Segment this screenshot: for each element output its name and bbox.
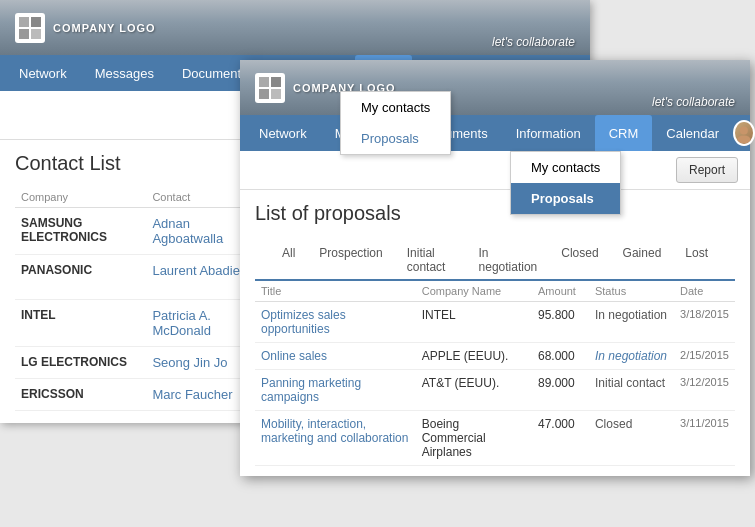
proposal-amount: 68.000 bbox=[532, 343, 589, 370]
tab-in-negotiation[interactable]: In negotiation bbox=[467, 241, 550, 279]
proposal-status: In negotiation bbox=[589, 302, 674, 343]
w2-user-avatar bbox=[733, 120, 755, 146]
proposal-date: 3/12/2015 bbox=[674, 370, 735, 411]
w2-nav-calendar[interactable]: Calendar bbox=[652, 115, 733, 151]
proposal-company: INTEL bbox=[416, 302, 532, 343]
contact-name[interactable]: Patricia A. McDonald bbox=[146, 300, 255, 347]
table-row[interactable]: Online sales APPLE (EEUU). 68.000 In neg… bbox=[255, 343, 735, 370]
tab-lost[interactable]: Lost bbox=[673, 241, 720, 279]
w2-nav-network[interactable]: Network bbox=[245, 115, 321, 151]
proposals-tabs: All Prospection Initial contact In negot… bbox=[255, 233, 735, 281]
contact-name[interactable]: Adnan Agboatwalla bbox=[146, 208, 255, 255]
proposal-date: 2/15/2015 bbox=[674, 343, 735, 370]
contact-name[interactable]: Marc Faucher bbox=[146, 379, 255, 411]
w2-page-title: List of proposals bbox=[255, 202, 735, 225]
svg-rect-2 bbox=[19, 29, 29, 39]
contact-company: ERICSSON bbox=[15, 379, 146, 411]
w2-report-button[interactable]: Report bbox=[676, 157, 738, 183]
table-row[interactable]: Mobility, interaction, marketing and col… bbox=[255, 411, 735, 466]
w2-dropdown-my-contacts[interactable]: My contacts bbox=[511, 152, 620, 183]
svg-rect-7 bbox=[271, 77, 281, 87]
pcol-title: Title bbox=[255, 281, 416, 302]
header-bg: COMPANY LOGO let's collaborate bbox=[0, 0, 590, 55]
w2-logo-icon bbox=[255, 73, 285, 103]
w2-user-menu[interactable]: Mary K ▼ bbox=[733, 118, 755, 148]
tagline: let's collaborate bbox=[492, 35, 575, 49]
window2: COMPANY LOGO let's collaborate Network M… bbox=[240, 60, 750, 476]
col-company: Company bbox=[15, 187, 146, 208]
pcol-amount: Amount bbox=[532, 281, 589, 302]
w2-crm-dropdown: My contacts Proposals bbox=[510, 151, 621, 215]
proposal-status: Initial contact bbox=[589, 370, 674, 411]
tab-all[interactable]: All bbox=[270, 241, 307, 279]
svg-rect-0 bbox=[19, 17, 29, 27]
tab-gained[interactable]: Gained bbox=[611, 241, 674, 279]
contact-company: PANASONIC bbox=[15, 255, 146, 300]
table-row[interactable]: Panning marketing campaigns AT&T (EEUU).… bbox=[255, 370, 735, 411]
proposal-date: 3/18/2015 bbox=[674, 302, 735, 343]
proposal-status: In negotiation bbox=[589, 343, 674, 370]
svg-rect-9 bbox=[271, 89, 281, 99]
table-row[interactable]: Optimizes sales opportunities INTEL 95.8… bbox=[255, 302, 735, 343]
proposal-title[interactable]: Mobility, interaction, marketing and col… bbox=[255, 411, 416, 466]
svg-rect-8 bbox=[259, 89, 269, 99]
w2-tagline: let's collaborate bbox=[652, 95, 735, 109]
w2-nav-crm[interactable]: CRM bbox=[595, 115, 653, 151]
w2-nav-bar: Network Messages Documents Information C… bbox=[240, 115, 750, 151]
col-contact: Contact bbox=[146, 187, 255, 208]
logo-text: COMPANY LOGO bbox=[53, 22, 156, 34]
pcol-status: Status bbox=[589, 281, 674, 302]
proposals-table: Title Company Name Amount Status Date Op… bbox=[255, 281, 735, 466]
proposal-amount: 95.800 bbox=[532, 302, 589, 343]
nav-messages[interactable]: Messages bbox=[81, 55, 168, 91]
proposal-amount: 89.000 bbox=[532, 370, 589, 411]
w2-action-bar: Report bbox=[240, 151, 750, 190]
proposal-title[interactable]: Optimizes sales opportunities bbox=[255, 302, 416, 343]
contact-company: LG ELECTRONICS bbox=[15, 347, 146, 379]
proposals-content: List of proposals All Prospection Initia… bbox=[240, 190, 750, 281]
svg-rect-1 bbox=[31, 17, 41, 27]
pcol-company: Company Name bbox=[416, 281, 532, 302]
proposal-date: 3/11/2015 bbox=[674, 411, 735, 466]
proposal-company: AT&T (EEUU). bbox=[416, 370, 532, 411]
proposal-company: APPLE (EEUU). bbox=[416, 343, 532, 370]
tab-initial-contact[interactable]: Initial contact bbox=[395, 241, 467, 279]
logo-area: COMPANY LOGO bbox=[15, 13, 156, 43]
logo-icon bbox=[15, 13, 45, 43]
tab-closed[interactable]: Closed bbox=[549, 241, 610, 279]
proposal-title[interactable]: Online sales bbox=[255, 343, 416, 370]
proposal-amount: 47.000 bbox=[532, 411, 589, 466]
nav-network[interactable]: Network bbox=[5, 55, 81, 91]
w2-nav-information[interactable]: Information bbox=[502, 115, 595, 151]
contact-name[interactable]: Seong Jin Jo bbox=[146, 347, 255, 379]
svg-point-11 bbox=[738, 135, 751, 143]
contact-name[interactable]: Laurent Abadie bbox=[146, 255, 255, 300]
proposal-company: Boeing Commercial Airplanes bbox=[416, 411, 532, 466]
contact-company: INTEL bbox=[15, 300, 146, 347]
w2-header-bg: COMPANY LOGO let's collaborate bbox=[240, 60, 750, 115]
pcol-date: Date bbox=[674, 281, 735, 302]
dropdown-my-contacts[interactable]: My contacts bbox=[341, 92, 450, 123]
svg-point-10 bbox=[740, 127, 748, 135]
svg-rect-6 bbox=[259, 77, 269, 87]
contact-company: Samsung Electronics bbox=[15, 208, 146, 255]
proposals-table-area: Title Company Name Amount Status Date Op… bbox=[240, 281, 750, 476]
tab-prospection[interactable]: Prospection bbox=[307, 241, 394, 279]
crm-dropdown: My contacts Proposals bbox=[340, 91, 451, 155]
dropdown-proposals[interactable]: Proposals bbox=[341, 123, 450, 154]
proposal-status: Closed bbox=[589, 411, 674, 466]
proposal-title[interactable]: Panning marketing campaigns bbox=[255, 370, 416, 411]
w2-dropdown-proposals[interactable]: Proposals bbox=[511, 183, 620, 214]
svg-rect-3 bbox=[31, 29, 41, 39]
